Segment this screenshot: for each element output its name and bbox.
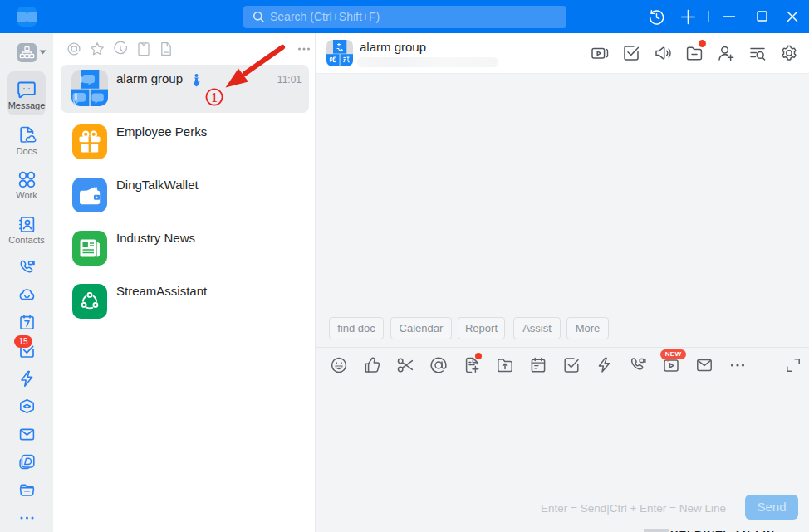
svg-text:1: 1 [211,90,218,105]
